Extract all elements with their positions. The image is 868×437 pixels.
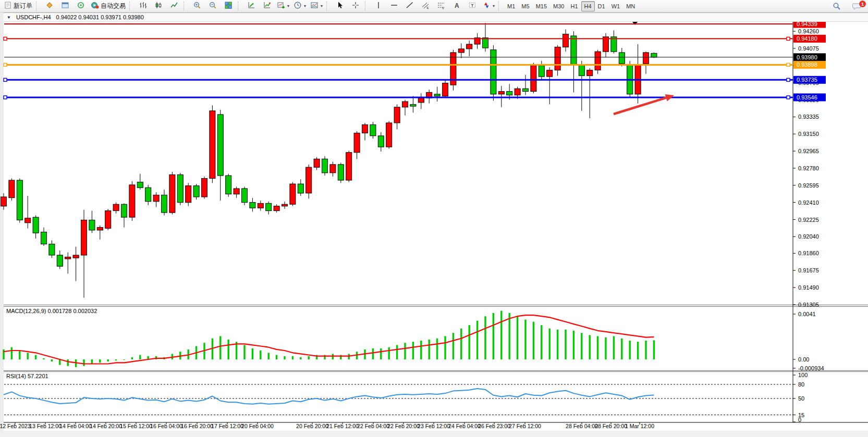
svg-text:26 Feb 23:00: 26 Feb 23:00 bbox=[478, 423, 510, 429]
toolbar-separator bbox=[498, 2, 502, 11]
timeframe-h4[interactable]: H4 bbox=[581, 1, 595, 11]
zoom-out-button[interactable] bbox=[205, 1, 221, 12]
bar-chart-button[interactable] bbox=[135, 1, 151, 12]
clock-icon bbox=[294, 1, 302, 11]
template-icon bbox=[310, 1, 319, 11]
dropdown-arrow-icon: ▾ bbox=[321, 4, 323, 8]
svg-text:0.92040: 0.92040 bbox=[798, 233, 819, 240]
toolbar-separator bbox=[326, 2, 330, 11]
zoom-in-button[interactable] bbox=[189, 1, 205, 12]
hline-icon bbox=[390, 1, 398, 11]
dropdown-arrow-icon: ▾ bbox=[493, 4, 495, 8]
svg-text:A: A bbox=[455, 2, 459, 9]
strategy-tester-button[interactable] bbox=[243, 1, 259, 12]
profile-icon bbox=[247, 1, 255, 11]
svg-text:23 Feb 12:00: 23 Feb 12:00 bbox=[418, 423, 450, 429]
step-forward-button[interactable] bbox=[259, 1, 275, 12]
search-icon bbox=[833, 2, 841, 12]
timeframe-m5[interactable]: M5 bbox=[518, 1, 532, 11]
chart-symbol-period: USDCHF-,H4 bbox=[16, 14, 51, 20]
signals-button[interactable] bbox=[73, 1, 89, 12]
search-button[interactable] bbox=[828, 1, 845, 13]
vline-button[interactable] bbox=[371, 1, 386, 12]
main-toolbar: 新订单自动交易▾▾▾EFAT▾M1M5M15M30H1H4D1W1MN bbox=[0, 0, 868, 13]
cursor-button[interactable] bbox=[332, 1, 348, 12]
toolbar-separator bbox=[36, 2, 40, 11]
profile2-icon bbox=[263, 1, 271, 11]
svg-text:F: F bbox=[443, 7, 445, 10]
toolbar-right-icons: 1 bbox=[828, 1, 865, 13]
label-icon: T bbox=[468, 1, 476, 11]
line-chart-icon bbox=[170, 1, 178, 11]
svg-text:0.93980: 0.93980 bbox=[797, 54, 817, 60]
autotrade-button-label: 自动交易 bbox=[101, 2, 126, 10]
toolbar-separator bbox=[129, 2, 133, 11]
svg-text:0.93735: 0.93735 bbox=[797, 77, 817, 83]
crosshair-button[interactable] bbox=[348, 1, 363, 12]
tile-windows-button[interactable] bbox=[221, 1, 236, 12]
svg-text:0.93898: 0.93898 bbox=[797, 61, 817, 68]
svg-text:22 Feb 20:00: 22 Feb 20:00 bbox=[387, 423, 420, 429]
toolbar-separator bbox=[184, 2, 187, 11]
svg-text:0.94260: 0.94260 bbox=[798, 28, 819, 34]
new-order-button[interactable]: 新订单 bbox=[2, 1, 34, 12]
timeframe-mn[interactable]: MN bbox=[623, 1, 638, 11]
timeframe-h1[interactable]: H1 bbox=[567, 1, 581, 11]
timeframe-m1[interactable]: M1 bbox=[504, 1, 518, 11]
svg-text:80: 80 bbox=[798, 381, 804, 388]
svg-text:0.92225: 0.92225 bbox=[798, 217, 819, 223]
svg-text:0.91675: 0.91675 bbox=[798, 267, 819, 273]
zoom-in-icon bbox=[193, 1, 201, 11]
svg-text:28 Feb 04:00: 28 Feb 04:00 bbox=[566, 423, 598, 429]
text-button[interactable]: A bbox=[449, 1, 464, 12]
svg-text:0.91490: 0.91490 bbox=[798, 284, 819, 291]
svg-text:21 Feb 12:00: 21 Feb 12:00 bbox=[326, 423, 359, 429]
label-button[interactable]: T bbox=[464, 1, 480, 12]
mt4-window: 0.942600.940750.938900.937050.935200.933… bbox=[0, 0, 868, 437]
chart-background bbox=[0, 13, 868, 437]
periods-button[interactable]: ▾ bbox=[291, 1, 308, 12]
fibo-icon: F bbox=[437, 1, 445, 11]
svg-text:12 Feb 2023: 12 Feb 2023 bbox=[0, 423, 31, 429]
new-order-icon bbox=[4, 1, 12, 11]
text-icon: A bbox=[453, 1, 461, 11]
line-chart-button[interactable] bbox=[166, 1, 182, 12]
hline-button[interactable] bbox=[386, 1, 402, 12]
svg-text:0.92965: 0.92965 bbox=[798, 148, 819, 154]
collapse-triangle-icon[interactable]: ▼ bbox=[7, 15, 11, 20]
svg-text:0.0041: 0.0041 bbox=[798, 311, 816, 317]
notifications-button[interactable]: 1 bbox=[848, 1, 865, 13]
dropdown-arrow-icon: ▾ bbox=[287, 4, 289, 8]
arrows-icon bbox=[482, 1, 491, 11]
svg-text:15 Feb 12:00: 15 Feb 12:00 bbox=[120, 423, 152, 429]
new-chart-icon bbox=[277, 1, 285, 11]
data-window-button[interactable] bbox=[57, 1, 73, 12]
new-order-button-label: 新订单 bbox=[14, 2, 32, 10]
timeframe-m15[interactable]: M15 bbox=[533, 1, 550, 11]
svg-text:100: 100 bbox=[798, 372, 808, 378]
window-icon bbox=[61, 1, 69, 11]
channel-button[interactable]: E bbox=[418, 1, 433, 12]
market-watch-button[interactable] bbox=[42, 1, 57, 12]
svg-text:0.91305: 0.91305 bbox=[798, 302, 819, 308]
fibonacci-button[interactable]: F bbox=[433, 1, 449, 12]
timeframe-w1[interactable]: W1 bbox=[608, 1, 624, 11]
timeframe-m30[interactable]: M30 bbox=[550, 1, 567, 11]
svg-text:14 Feb 20:00: 14 Feb 20:00 bbox=[90, 423, 122, 429]
notification-badge: 1 bbox=[859, 1, 866, 7]
crosshair-icon bbox=[351, 1, 360, 11]
autotrade-button[interactable]: 自动交易 bbox=[89, 1, 128, 12]
bar-chart-icon bbox=[139, 1, 147, 11]
trendline-button[interactable] bbox=[402, 1, 418, 12]
svg-text:1 Mar 12:00: 1 Mar 12:00 bbox=[625, 423, 654, 429]
svg-text:-0.000934: -0.000934 bbox=[798, 365, 824, 371]
timeframe-d1[interactable]: D1 bbox=[595, 1, 608, 11]
arrows-button[interactable]: ▾ bbox=[480, 1, 497, 12]
vline-icon bbox=[374, 1, 383, 11]
new-chart-button[interactable]: ▾ bbox=[275, 1, 291, 12]
chart-canvas[interactable]: 0.942600.940750.938900.937050.935200.933… bbox=[0, 0, 868, 437]
svg-text:T: T bbox=[471, 3, 474, 8]
templates-button[interactable]: ▾ bbox=[308, 1, 325, 12]
svg-text:E: E bbox=[427, 6, 429, 9]
candle-chart-button[interactable] bbox=[151, 1, 166, 12]
